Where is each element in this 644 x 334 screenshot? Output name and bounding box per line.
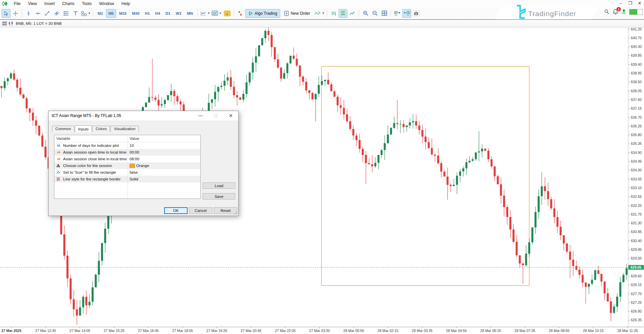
color-swatch [130,164,135,168]
timeframe-h4-button[interactable]: H4 [153,9,162,18]
buy-sell-arrows-button[interactable] [236,9,245,18]
svg-text:27 Mar 12:45: 27 Mar 12:45 [35,329,56,333]
dialog-close-button[interactable]: ✕ [223,111,238,120]
crosshair-tool-button[interactable] [11,9,20,18]
notification-badge: 1 [616,7,621,11]
bar-chart-mode-button[interactable] [329,9,338,18]
menu-item-charts[interactable]: Charts [58,1,78,7]
new-order-button[interactable]: New Order [281,9,313,18]
timeframe-m1-button[interactable]: M1 [95,9,105,18]
menu-item-insert[interactable]: Insert [41,1,58,7]
dialog-minimize-button[interactable]: — [193,111,208,120]
status-icons: 1 LVL [604,9,643,15]
timeframe-w1-button[interactable]: W1 [174,9,184,18]
window-minimize-button[interactable]: – [618,1,623,6]
tab-colors[interactable]: Colors [92,126,110,132]
param-value[interactable]: Orange [136,164,149,168]
svg-text:28 Mar 10:15: 28 Mar 10:15 [583,329,604,333]
load-button[interactable]: Load [203,182,235,189]
notifications-button[interactable]: 1 [612,9,618,15]
timeframe-group: M1M5M15M30H1H4D1W1MN [95,9,196,18]
shift-end-button[interactable] [393,9,402,18]
svg-text:639.40: 639.40 [631,62,642,66]
svg-text:640.30: 640.30 [631,45,642,49]
channel-tool-button[interactable] [52,9,61,18]
dialog-controls: — ☐ ✕ [193,111,238,120]
level-indicator[interactable]: LVL [622,9,626,15]
menu-item-help[interactable]: Help [118,1,134,7]
zoom-in-icon [363,10,368,16]
candle-chart-mode-button[interactable] [339,9,347,18]
window-controls: – ❐ ✕ [618,1,642,6]
fibo-lines-icon [63,11,69,16]
window-restore-button[interactable]: ❐ [628,1,633,6]
param-name: Asian session close time in local time [63,157,127,161]
svg-text:27 Mar 23:30: 27 Mar 23:30 [309,329,330,333]
indicator-wizard-button[interactable]: ▼ [314,9,325,18]
inputs-table[interactable]: VariableValue01Number of days for indica… [54,135,201,199]
symbols-button[interactable]: $ [223,9,232,18]
tile-windows-icon [382,10,387,16]
timeframe-d1-button[interactable]: D1 [163,9,173,18]
algo-trading-button[interactable]: Algo Trading [245,9,280,18]
auto-scroll-button[interactable] [402,9,411,18]
tab-common[interactable]: Common [52,126,75,132]
balance-progress-bar [629,9,643,15]
timeframe-m5-button[interactable]: M5 [106,9,116,18]
column-divider [128,135,128,199]
zoom-out-button[interactable] [370,9,379,18]
ok-button[interactable]: OK [164,207,188,214]
horizontal-line-tool-button[interactable] [34,9,42,18]
svg-text:27 Mar 15:25: 27 Mar 15:25 [104,329,125,333]
svg-text:638.50: 638.50 [631,80,642,84]
camera-icon [412,10,420,16]
dialog-maximize-button[interactable]: ☐ [208,111,223,120]
zoom-in-button[interactable] [361,9,370,18]
search-icon[interactable] [604,9,609,14]
svg-text:626.35: 626.35 [631,318,642,322]
timeframe-h1-button[interactable]: H1 [143,9,152,18]
tab-visualization[interactable]: Visualization [110,126,139,132]
screenshot-button[interactable] [412,9,420,18]
text-icon [73,11,78,16]
menu-item-file[interactable]: File [10,1,24,7]
param-value[interactable]: false [130,170,138,174]
param-value[interactable]: 08:00 [130,157,139,161]
vertical-line-tool-button[interactable] [24,9,33,18]
horizontal-line-icon [35,11,41,16]
crosshair-icon [13,11,18,16]
shapes-tool-button[interactable]: ▼ [81,9,91,18]
menu-item-window[interactable]: Window [95,1,117,7]
svg-text:28 Mar 04:55: 28 Mar 04:55 [446,329,467,333]
menu-item-view[interactable]: View [24,1,41,7]
cursor-tool-button[interactable] [2,9,10,18]
svg-text:630.40: 630.40 [631,239,642,243]
chart-shift-right-icon [394,10,401,16]
window-close-button[interactable]: ✕ [637,1,642,6]
svg-text:626.80: 626.80 [631,309,642,313]
param-value[interactable]: 10 [130,144,134,148]
svg-text:28 Mar 02:15: 28 Mar 02:15 [378,329,398,333]
param-value[interactable]: 00:00 [130,150,139,154]
text-tool-button[interactable] [71,9,80,18]
save-button[interactable]: Save [203,193,235,200]
line-chart-mode-button[interactable] [348,9,357,18]
tab-inputs[interactable]: Inputs [75,125,92,132]
fibo-tool-button[interactable] [62,9,70,18]
menu-item-tools[interactable]: Tools [78,1,95,7]
svg-text:628.15: 628.15 [631,283,642,287]
bar-chart-icon [331,11,336,16]
chart-profile-button[interactable]: ▼ [200,9,210,18]
cancel-button[interactable]: Cancel [189,207,212,214]
indicators-button[interactable]: ▼ [211,9,222,18]
trendline-tool-button[interactable] [43,9,52,18]
dialog-resize-grip[interactable] [234,211,237,215]
param-value[interactable]: Solid [130,177,138,181]
timeframe-m30-button[interactable]: M30 [130,9,142,18]
svg-text:27 Mar 22:05: 27 Mar 22:05 [275,329,296,333]
timeframe-mn-button[interactable]: MN [185,9,195,18]
dialog-title-bar[interactable]: ICT Asian Range MT5 - By TFLab 1.05 — ☐ … [49,111,238,120]
tile-windows-button[interactable] [380,9,389,18]
timeframe-m15-button[interactable]: M15 [117,9,129,18]
chevron-down-icon: ▼ [219,12,222,15]
